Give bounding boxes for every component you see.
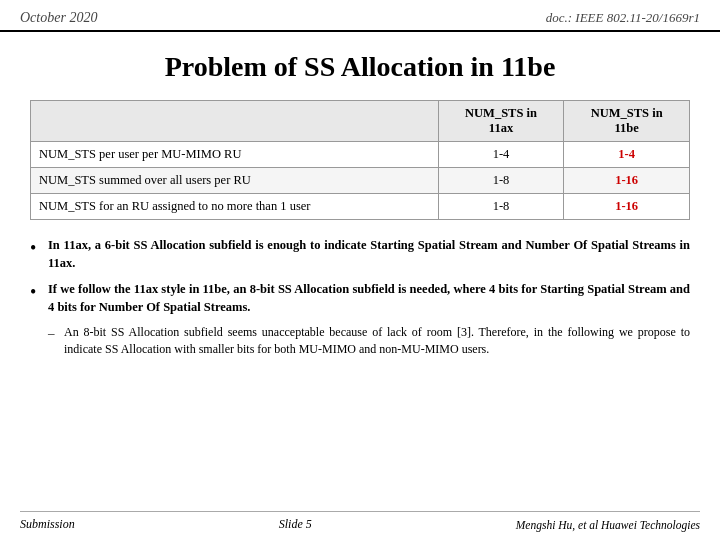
header: October 2020 doc.: IEEE 802.11-20/1669r1 <box>0 0 720 32</box>
cell-11ax-0: 1-4 <box>438 141 564 167</box>
cell-11be-0: 1-4 <box>564 141 690 167</box>
bullet-dot-2: • <box>30 280 48 304</box>
sub-bullet-item: – An 8-bit SS Allocation subfield seems … <box>48 324 690 358</box>
cell-case-0: NUM_STS per user per MU-MIMO RU <box>31 141 439 167</box>
bullet-item-1: • In 11ax, a 6-bit SS Allocation subfiel… <box>30 236 690 272</box>
footer: Submission Slide 5 Mengshi Hu, et al Hua… <box>20 511 700 532</box>
col-header-11ax: NUM_STS in11ax <box>438 100 564 141</box>
cell-11be-1: 1-16 <box>564 167 690 193</box>
bullet-list: • In 11ax, a 6-bit SS Allocation subfiel… <box>30 236 690 358</box>
bullet-dot-1: • <box>30 236 48 260</box>
table-row: NUM_STS summed over all users per RU1-81… <box>31 167 690 193</box>
table-row: NUM_STS per user per MU-MIMO RU1-41-4 <box>31 141 690 167</box>
header-date: October 2020 <box>20 10 97 26</box>
cell-11ax-1: 1-8 <box>438 167 564 193</box>
sub-bullet-text: An 8-bit SS Allocation subfield seems un… <box>64 324 690 358</box>
table-row: NUM_STS for an RU assigned to no more th… <box>31 193 690 219</box>
footer-right: Mengshi Hu, et al Huawei Technologies <box>516 519 700 531</box>
bullet-text-2: If we follow the 11ax style in 11be, an … <box>48 280 690 316</box>
bullet-text-1: In 11ax, a 6-bit SS Allocation subfield … <box>48 236 690 272</box>
cell-case-1: NUM_STS summed over all users per RU <box>31 167 439 193</box>
cell-case-2: NUM_STS for an RU assigned to no more th… <box>31 193 439 219</box>
footer-left: Submission <box>20 517 75 532</box>
content-area: NUM_STS in11ax NUM_STS in11be NUM_STS pe… <box>0 100 720 358</box>
cell-11be-2: 1-16 <box>564 193 690 219</box>
col-header-case <box>31 100 439 141</box>
cell-11ax-2: 1-8 <box>438 193 564 219</box>
page-title: Problem of SS Allocation in 11be <box>20 50 700 84</box>
header-doc: doc.: IEEE 802.11-20/1669r1 <box>546 10 700 26</box>
col-header-11be: NUM_STS in11be <box>564 100 690 141</box>
allocation-table: NUM_STS in11ax NUM_STS in11be NUM_STS pe… <box>30 100 690 220</box>
sub-dash: – <box>48 324 64 342</box>
bullet-item-2: • If we follow the 11ax style in 11be, a… <box>30 280 690 316</box>
footer-center: Slide 5 <box>279 517 312 532</box>
